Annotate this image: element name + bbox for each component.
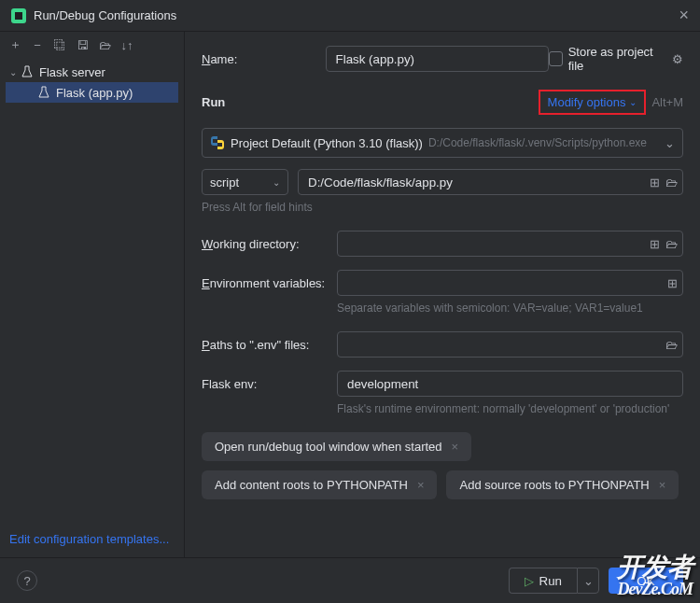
gear-icon[interactable]: ⚙ (672, 52, 683, 66)
store-label: Store as project file (568, 45, 661, 73)
ok-button[interactable]: OK (609, 568, 683, 594)
chevron-down-icon: ⌄ (629, 97, 637, 107)
caret-down-icon: ⌄ (9, 67, 17, 77)
interpreter-path: D:/Code/flask/flask/.venv/Scripts/python… (428, 136, 647, 149)
flask-icon (21, 65, 34, 78)
flask-env-input[interactable] (337, 371, 683, 397)
flask-env-label: Flask env: (202, 377, 337, 391)
script-path-input[interactable] (298, 169, 683, 195)
tree-child-selected[interactable]: Flask (app.py) (6, 82, 178, 103)
flask-env-helper: Flask's runtime environment: normally 'd… (337, 402, 683, 415)
script-mode-label: script (210, 175, 239, 189)
chip-remove-icon[interactable]: × (417, 478, 425, 492)
help-button[interactable]: ? (17, 570, 37, 591)
modify-shortcut: Alt+M (651, 95, 683, 109)
modify-options-link[interactable]: Modify options (548, 95, 626, 109)
run-button[interactable]: ▷Run (509, 568, 577, 594)
env-vars-label: Environment variables: (202, 276, 337, 290)
copy-icon[interactable]: ⿻ (52, 38, 67, 52)
name-input[interactable] (326, 46, 550, 72)
svg-rect-1 (15, 12, 22, 20)
tree-parent[interactable]: ⌄ Flask server (0, 62, 184, 82)
sidebar: ＋ − ⿻ 🖫 🗁 ↓↑ ⌄ Flask server Flask (app.p… (0, 32, 185, 557)
sort-icon[interactable]: ↓↑ (119, 38, 134, 52)
tree-parent-label: Flask server (39, 65, 105, 79)
browse-icon[interactable]: 🗁 (665, 175, 678, 189)
env-files-input[interactable] (337, 331, 683, 358)
close-icon[interactable]: × (679, 6, 689, 25)
expand-icon[interactable]: ⊞ (650, 175, 660, 189)
chip-remove-icon[interactable]: × (452, 440, 459, 454)
chevron-down-icon: ⌄ (273, 177, 280, 188)
store-checkbox[interactable] (549, 51, 563, 66)
play-icon: ▷ (525, 574, 534, 588)
working-dir-input[interactable] (337, 231, 683, 257)
chevron-down-icon: ⌄ (665, 136, 675, 150)
field-hint: Press Alt for field hints (202, 201, 683, 214)
expand-icon[interactable]: ⊞ (667, 276, 678, 290)
app-icon (11, 8, 26, 23)
run-section-title: Run (202, 95, 225, 109)
run-dropdown[interactable]: ⌄ (577, 568, 599, 594)
flask-icon (37, 86, 50, 99)
working-dir-label: Working directory: (202, 237, 337, 251)
env-vars-helper: Separate variables with semicolon: VAR=v… (337, 302, 683, 315)
interpreter-select[interactable]: Project Default (Python 3.10 (flask)) D:… (202, 128, 683, 158)
window-title: Run/Debug Configurations (34, 8, 176, 22)
expand-icon[interactable]: ⊞ (650, 237, 660, 251)
browse-icon[interactable]: 🗁 (665, 338, 678, 352)
edit-templates-link[interactable]: Edit configuration templates... (9, 532, 169, 546)
browse-icon[interactable]: 🗁 (665, 237, 678, 251)
option-chip: Add source roots to PYTHONPATH× (446, 470, 679, 499)
add-icon[interactable]: ＋ (7, 36, 22, 53)
env-files-label: Paths to ".env" files: (202, 338, 337, 352)
env-vars-input[interactable] (337, 270, 683, 296)
folder-icon[interactable]: 🗁 (97, 38, 112, 52)
script-mode-select[interactable]: script ⌄ (202, 169, 288, 195)
name-label: Name: (202, 52, 326, 66)
interpreter-label: Project Default (Python 3.10 (flask)) (231, 136, 423, 150)
chip-remove-icon[interactable]: × (659, 478, 666, 492)
option-chip: Add content roots to PYTHONPATH× (202, 470, 437, 499)
tree-child-label: Flask (app.py) (56, 86, 133, 100)
python-icon (210, 135, 225, 150)
remove-icon[interactable]: − (30, 38, 45, 52)
option-chip: Open run/debug tool window when started× (202, 432, 471, 461)
save-icon[interactable]: 🖫 (75, 38, 90, 52)
